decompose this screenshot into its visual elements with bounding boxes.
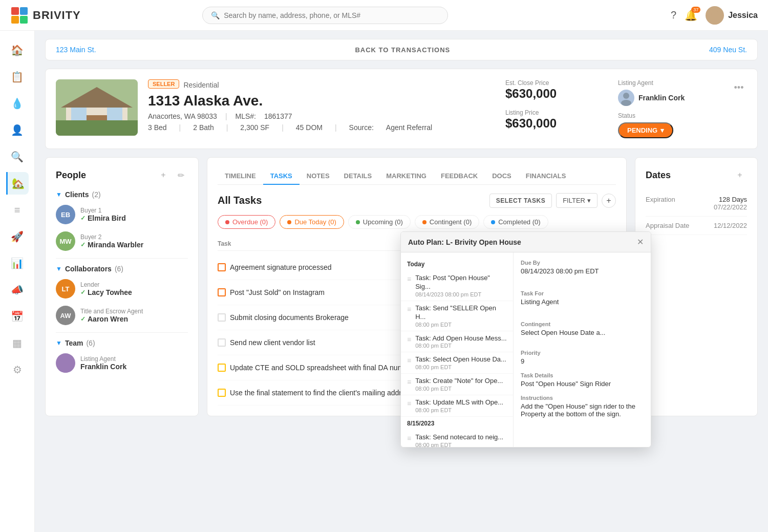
pill-due-today[interactable]: Due Today (0) bbox=[280, 215, 344, 229]
popup-task-name: Task: Add Open House Mess... bbox=[415, 334, 507, 343]
collaborators-section-header[interactable]: ▼ Collaborators (6) bbox=[56, 265, 188, 273]
person-name: Franklin Cork bbox=[80, 363, 126, 371]
popup-task-item[interactable]: ≡ Task: Add Open House Mess... 08:00 pm … bbox=[401, 331, 513, 353]
tab-tasks[interactable]: TASKS bbox=[263, 168, 300, 185]
popup-task-item[interactable]: ≡ Task: Post "Open House" Sig... 08/14/2… bbox=[401, 271, 513, 301]
task-details-label: Task Details bbox=[521, 372, 644, 378]
breadcrumb-next[interactable]: 409 Neu St. bbox=[709, 46, 747, 54]
breadcrumb-prev[interactable]: 123 Main St. bbox=[56, 46, 96, 54]
task-checkbox[interactable] bbox=[218, 389, 226, 397]
sidebar-item-search[interactable]: 🔍 bbox=[6, 145, 29, 168]
logo[interactable]: BRIVITY bbox=[10, 6, 81, 25]
detail-due-by: Due By 08/14/2023 08:00 pm EDT bbox=[521, 260, 599, 275]
clients-section-header[interactable]: ▼ Clients (2) bbox=[56, 190, 188, 199]
team-section-header[interactable]: ▼ Team (6) bbox=[56, 339, 188, 347]
sidebar-item-settings[interactable]: ⚙ bbox=[6, 358, 29, 381]
sidebar-item-transactions[interactable]: 🏡 bbox=[6, 172, 29, 195]
task-checkbox[interactable] bbox=[218, 313, 226, 322]
expiration-date: 07/22/2022 bbox=[714, 203, 747, 211]
agent-name: Franklin Cork bbox=[638, 94, 685, 102]
task-checkbox[interactable] bbox=[218, 338, 226, 347]
pill-overdue[interactable]: Overdue (0) bbox=[218, 215, 275, 229]
pill-upcoming[interactable]: Upcoming (0) bbox=[348, 215, 411, 229]
popup-task-name: Task: Update MLS with Ope... bbox=[415, 398, 507, 407]
add-person-button[interactable]: + bbox=[156, 168, 170, 182]
sidebar-item-contacts[interactable]: 👤 bbox=[6, 119, 29, 141]
pill-completed[interactable]: Completed (0) bbox=[483, 215, 548, 229]
tasks-title: All Tasks bbox=[218, 195, 262, 206]
select-tasks-button[interactable]: SELECT TASKS bbox=[489, 194, 552, 208]
popup-task-item[interactable]: ≡ Task: Send "SELLER Open H... 08:00 pm … bbox=[401, 301, 513, 331]
popup-task-item[interactable]: ≡ Task: Select Open House Da... 08:00 pm… bbox=[401, 352, 513, 374]
popup-task-item[interactable]: ≡ Task: Send notecard to neig... 08:00 p… bbox=[401, 430, 513, 447]
filter-button[interactable]: FILTER ▾ bbox=[556, 193, 598, 208]
popup-close-button[interactable]: ✕ bbox=[637, 237, 644, 247]
add-date-button[interactable]: + bbox=[733, 168, 747, 182]
search-bar[interactable]: 🔍 bbox=[202, 7, 448, 24]
sidebar-item-home[interactable]: 🏠 bbox=[6, 39, 29, 61]
add-task-button[interactable]: + bbox=[602, 194, 616, 208]
user-info[interactable]: Jessica bbox=[706, 6, 758, 25]
sidebar-item-rocket[interactable]: 🚀 bbox=[6, 225, 29, 248]
listing-price-label: Listing Price bbox=[505, 109, 608, 116]
property-details: Anacortes, WA 98033 | MLS#: 1861377 bbox=[148, 112, 495, 120]
dates-title: Dates bbox=[646, 170, 671, 181]
people-panel-header: People + ✏ bbox=[56, 168, 188, 182]
search-input[interactable] bbox=[224, 11, 439, 19]
sidebar-item-marketing[interactable]: 📣 bbox=[6, 279, 29, 301]
expiration-values: 128 Days 07/22/2022 bbox=[714, 196, 747, 211]
sidebar-item-drop[interactable]: 💧 bbox=[6, 92, 29, 115]
help-button[interactable]: ? bbox=[671, 9, 676, 21]
popup-task-list: Today ≡ Task: Post "Open House" Sig... 0… bbox=[401, 252, 514, 447]
person-avatar-mw: MW bbox=[56, 231, 75, 251]
tab-feedback[interactable]: FEEDBACK bbox=[434, 168, 485, 185]
tab-notes[interactable]: NOTES bbox=[300, 168, 337, 185]
tab-financials[interactable]: FINANCIALS bbox=[519, 168, 573, 185]
more-options-button[interactable]: ••• bbox=[731, 79, 747, 96]
property-badge: SELLER bbox=[148, 79, 179, 89]
collaborators-chevron: ▼ bbox=[56, 265, 62, 272]
sidebar-item-calendar[interactable]: 📅 bbox=[6, 305, 29, 328]
task-checkbox[interactable] bbox=[218, 364, 226, 372]
popup-task-time: 08:00 pm EDT bbox=[415, 407, 507, 413]
popup-task-content: Task: Create "Note" for Ope... 08:00 pm … bbox=[415, 377, 507, 392]
pill-contingent[interactable]: Contingent (0) bbox=[415, 215, 479, 229]
sidebar-item-reports[interactable]: 📊 bbox=[6, 252, 29, 274]
notifications-button[interactable]: 🔔 37 bbox=[685, 9, 697, 22]
logo-icon bbox=[10, 6, 29, 25]
status-badge[interactable]: PENDING ▾ bbox=[618, 122, 673, 138]
popup-task-item[interactable]: ≡ Task: Create "Note" for Ope... 08:00 p… bbox=[401, 374, 513, 395]
detail-contingent: Contingent Select Open House Date a... bbox=[521, 321, 605, 336]
person-role: Lender bbox=[80, 281, 132, 288]
filter-pills: Overdue (0) Due Today (0) Upcoming (0) C… bbox=[218, 215, 616, 229]
sidebar-item-tasks[interactable]: ≡ bbox=[6, 199, 29, 221]
sidebar-item-list[interactable]: 📋 bbox=[6, 66, 29, 88]
notification-badge: 37 bbox=[691, 7, 700, 13]
task-checkbox[interactable] bbox=[218, 288, 226, 296]
agent-section: Listing Agent Franklin Cork bbox=[618, 79, 720, 106]
popup-task-item[interactable]: ≡ Task: Update MLS with Ope... 08:00 pm … bbox=[401, 395, 513, 417]
nav-right: ? 🔔 37 Jessica bbox=[671, 6, 758, 25]
person-role: Title and Escrow Agent bbox=[80, 308, 143, 315]
svg-rect-3 bbox=[20, 16, 28, 24]
appraisal-values: 12/12/2022 bbox=[714, 222, 747, 229]
tab-marketing[interactable]: MARKETING bbox=[379, 168, 434, 185]
popup-title: Auto Plan: L- Brivity Open House bbox=[408, 238, 521, 246]
task-checkbox[interactable] bbox=[218, 263, 226, 271]
clients-label: Clients bbox=[65, 190, 89, 199]
tab-docs[interactable]: DOCS bbox=[485, 168, 519, 185]
svg-rect-10 bbox=[107, 108, 122, 120]
popup-task-content: Task: Add Open House Mess... 08:00 pm ED… bbox=[415, 334, 507, 349]
person-avatar-fa bbox=[56, 353, 75, 373]
tasks-header: All Tasks SELECT TASKS FILTER ▾ + bbox=[218, 193, 616, 208]
person-role: Listing Agent bbox=[80, 355, 126, 363]
property-source-value: Agent Referral bbox=[386, 123, 432, 132]
divider1: | bbox=[225, 112, 227, 120]
user-name: Jessica bbox=[728, 11, 758, 20]
person-item: AW Title and Escrow Agent ✓ Aaron Wren bbox=[56, 306, 188, 325]
tab-details[interactable]: DETAILS bbox=[337, 168, 379, 185]
listing-price: Listing Price $630,000 bbox=[505, 109, 608, 131]
edit-people-button[interactable]: ✏ bbox=[174, 168, 188, 182]
sidebar-item-grid[interactable]: ▦ bbox=[6, 332, 29, 354]
tab-timeline[interactable]: TIMELINE bbox=[218, 168, 263, 185]
